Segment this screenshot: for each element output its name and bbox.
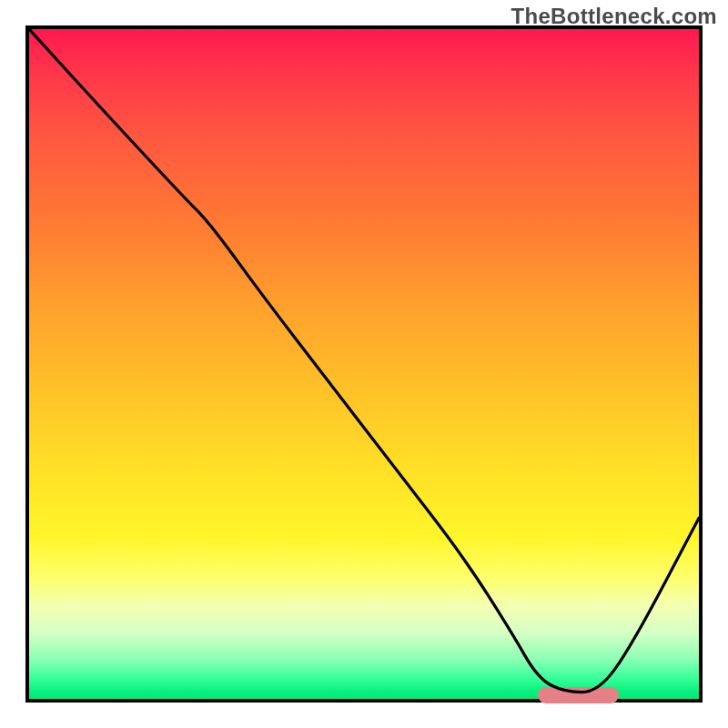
chart-curve bbox=[29, 29, 699, 699]
bottleneck-curve-path bbox=[29, 29, 699, 693]
chart-plot-area bbox=[25, 25, 703, 703]
